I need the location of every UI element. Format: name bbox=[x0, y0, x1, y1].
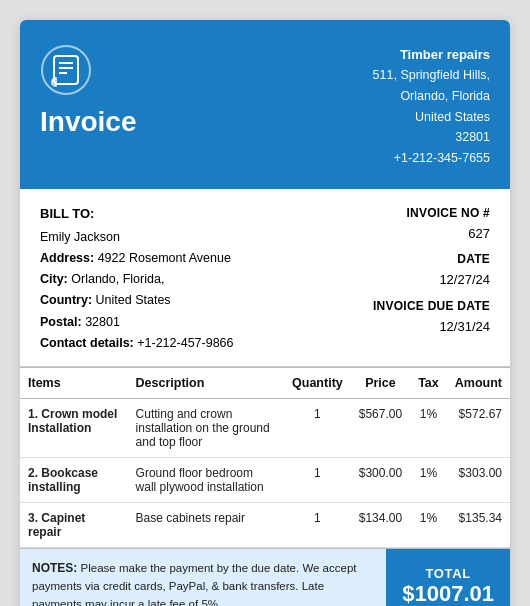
cell-quantity: 1 bbox=[284, 458, 351, 503]
client-name: Emily Jackson bbox=[40, 227, 234, 248]
col-items: Items bbox=[20, 368, 128, 399]
country-label: Country: bbox=[40, 293, 92, 307]
cell-price: $134.00 bbox=[351, 503, 410, 548]
invoice-table: Items Description Quantity Price Tax Amo… bbox=[20, 367, 510, 548]
table-row: 2. Bookcase installing Ground floor bedr… bbox=[20, 458, 510, 503]
client-city: Orlando, Florida, bbox=[71, 272, 164, 286]
notes-label: NOTES: bbox=[32, 561, 77, 575]
header-left: Invoice bbox=[40, 44, 136, 138]
cell-item: 2. Bookcase installing bbox=[20, 458, 128, 503]
invoice-header: Invoice Timber repairs 511, Springfield … bbox=[20, 20, 510, 189]
cell-description: Base cabinets repair bbox=[128, 503, 284, 548]
table-header-row: Items Description Quantity Price Tax Amo… bbox=[20, 368, 510, 399]
company-address-line2: Orlando, Florida bbox=[373, 86, 490, 107]
invoice-title: Invoice bbox=[40, 106, 136, 138]
company-name: Timber repairs bbox=[373, 44, 490, 65]
total-label: TOTAL bbox=[425, 566, 470, 581]
address-label: Address: bbox=[40, 251, 94, 265]
cell-amount: $572.67 bbox=[447, 399, 510, 458]
client-address-line: Address: 4922 Rosemont Avenue bbox=[40, 248, 234, 269]
client-postal: 32801 bbox=[85, 315, 120, 329]
cell-quantity: 1 bbox=[284, 503, 351, 548]
client-country-line: Country: United States bbox=[40, 290, 234, 311]
cell-tax: 1% bbox=[410, 399, 447, 458]
date-value: 12/27/24 bbox=[373, 269, 490, 291]
table-row: 3. Capinet repair Base cabinets repair 1… bbox=[20, 503, 510, 548]
col-quantity: Quantity bbox=[284, 368, 351, 399]
cell-quantity: 1 bbox=[284, 399, 351, 458]
invoice-meta: BILL TO: Emily Jackson Address: 4922 Ros… bbox=[20, 189, 510, 368]
contact-label: Contact details: bbox=[40, 336, 134, 350]
invoice-footer: NOTES: Please make the payment by the du… bbox=[20, 548, 510, 606]
client-address: 4922 Rosemont Avenue bbox=[98, 251, 231, 265]
svg-point-0 bbox=[42, 46, 90, 94]
bill-to-section: BILL TO: Emily Jackson Address: 4922 Ros… bbox=[40, 203, 234, 355]
company-country: United States bbox=[373, 107, 490, 128]
total-section: TOTAL $1007.01 bbox=[386, 549, 510, 606]
client-contact-line: Contact details: +1-212-457-9866 bbox=[40, 333, 234, 354]
col-price: Price bbox=[351, 368, 410, 399]
cell-description: Cutting and crown installation on the gr… bbox=[128, 399, 284, 458]
company-info: Timber repairs 511, Springfield Hills, O… bbox=[373, 44, 490, 169]
bill-to-label: BILL TO: bbox=[40, 203, 234, 225]
cell-amount: $135.34 bbox=[447, 503, 510, 548]
table-row: 1. Crown model Installation Cutting and … bbox=[20, 399, 510, 458]
invoice-no-label: INVOICE NO # bbox=[373, 203, 490, 223]
notes-text: Please make the payment by the due date.… bbox=[32, 562, 357, 606]
invoice-no-value: 627 bbox=[373, 223, 490, 245]
cell-price: $300.00 bbox=[351, 458, 410, 503]
date-label: DATE bbox=[373, 249, 490, 269]
col-description: Description bbox=[128, 368, 284, 399]
client-postal-line: Postal: 32801 bbox=[40, 312, 234, 333]
postal-label: Postal: bbox=[40, 315, 82, 329]
invoice-icon bbox=[40, 44, 92, 96]
invoice-container: Invoice Timber repairs 511, Springfield … bbox=[20, 20, 510, 606]
col-amount: Amount bbox=[447, 368, 510, 399]
invoice-info-section: INVOICE NO # 627 DATE 12/27/24 INVOICE D… bbox=[373, 203, 490, 355]
client-country: United States bbox=[96, 293, 171, 307]
due-date-label: INVOICE DUE DATE bbox=[373, 296, 490, 316]
client-contact: +1-212-457-9866 bbox=[137, 336, 233, 350]
total-amount: $1007.01 bbox=[402, 581, 494, 606]
cell-item: 3. Capinet repair bbox=[20, 503, 128, 548]
cell-tax: 1% bbox=[410, 503, 447, 548]
company-address-line1: 511, Springfield Hills, bbox=[373, 65, 490, 86]
svg-rect-1 bbox=[54, 56, 78, 84]
client-city-line: City: Orlando, Florida, bbox=[40, 269, 234, 290]
cell-description: Ground floor bedroom wall plywood instal… bbox=[128, 458, 284, 503]
col-tax: Tax bbox=[410, 368, 447, 399]
notes-section: NOTES: Please make the payment by the du… bbox=[20, 549, 386, 606]
cell-price: $567.00 bbox=[351, 399, 410, 458]
cell-tax: 1% bbox=[410, 458, 447, 503]
cell-amount: $303.00 bbox=[447, 458, 510, 503]
company-postal: 32801 bbox=[373, 127, 490, 148]
due-date-value: 12/31/24 bbox=[373, 316, 490, 338]
company-phone: +1-212-345-7655 bbox=[373, 148, 490, 169]
city-label: City: bbox=[40, 272, 68, 286]
cell-item: 1. Crown model Installation bbox=[20, 399, 128, 458]
